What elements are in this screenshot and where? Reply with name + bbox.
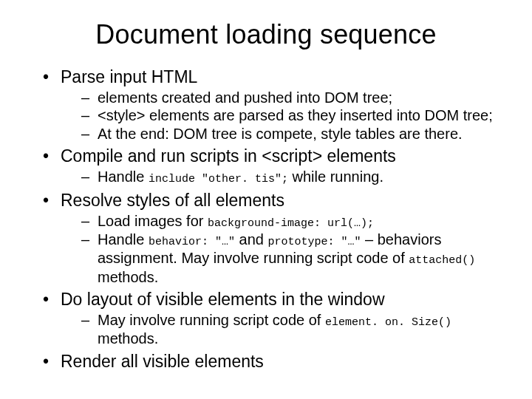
- bullet-text: Compile and run scripts in <script> elem…: [61, 146, 396, 166]
- code-text: attached(): [409, 254, 475, 267]
- sub-bullet-list: Load images for background-image: url(…)…: [81, 212, 502, 286]
- sub-bullet-text: Load images for: [98, 213, 208, 229]
- bullet-item: Compile and run scripts in <script> elem…: [43, 146, 502, 186]
- sub-bullet-text: while running.: [288, 168, 383, 185]
- sub-bullet-text: Handle: [98, 231, 149, 248]
- code-text: behavior: "…": [149, 236, 235, 248]
- sub-bullet-item: Handle include "other. tis"; while runni…: [81, 168, 502, 186]
- bullet-text: Render all visible elements: [61, 352, 264, 371]
- bullet-text: Parse input HTML: [61, 67, 197, 86]
- bullet-list: Parse input HTMLelements created and pus…: [43, 66, 502, 372]
- sub-bullet-item: Handle behavior: "…" and prototype: "…" …: [81, 231, 502, 286]
- sub-bullet-list: Handle include "other. tis"; while runni…: [81, 168, 502, 186]
- sub-bullet-text: Handle: [98, 168, 149, 185]
- bullet-text: Do layout of visible elements in the win…: [61, 290, 385, 309]
- sub-bullet-item: At the end: DOM tree is compete, style t…: [81, 125, 502, 143]
- bullet-text: Resolve styles of all elements: [61, 191, 284, 210]
- sub-bullet-text: <style> elements are parsed as they inse…: [98, 107, 493, 123]
- sub-bullet-text: elements created and pushed into DOM tre…: [98, 89, 392, 106]
- sub-bullet-text: May involve running script code of: [98, 312, 325, 328]
- code-text: background-image: url(…);: [208, 217, 374, 230]
- sub-bullet-item: <style> elements are parsed as they inse…: [81, 106, 502, 124]
- sub-bullet-text: and: [235, 231, 267, 248]
- sub-bullet-item: Load images for background-image: url(…)…: [81, 212, 502, 231]
- bullet-item: Render all visible elements: [43, 351, 502, 372]
- sub-bullet-list: elements created and pushed into DOM tre…: [81, 89, 502, 143]
- code-text: prototype: "…": [267, 236, 361, 248]
- sub-bullet-text: methods.: [98, 269, 158, 285]
- sub-bullet-item: May involve running script code of eleme…: [81, 311, 502, 348]
- bullet-item: Do layout of visible elements in the win…: [43, 289, 502, 348]
- slide-title: Document loading sequence: [30, 19, 502, 50]
- bullet-item: Resolve styles of all elementsLoad image…: [43, 190, 502, 286]
- code-text: include "other. tis";: [149, 173, 288, 185]
- sub-bullet-item: elements created and pushed into DOM tre…: [81, 89, 502, 106]
- code-text: element. on. Size(): [325, 316, 451, 329]
- slide: Document loading sequence Parse input HT…: [0, 0, 532, 399]
- sub-bullet-text: methods.: [98, 330, 158, 347]
- sub-bullet-text: At the end: DOM tree is compete, style t…: [98, 126, 463, 142]
- sub-bullet-list: May involve running script code of eleme…: [81, 311, 502, 348]
- bullet-item: Parse input HTMLelements created and pus…: [43, 66, 502, 143]
